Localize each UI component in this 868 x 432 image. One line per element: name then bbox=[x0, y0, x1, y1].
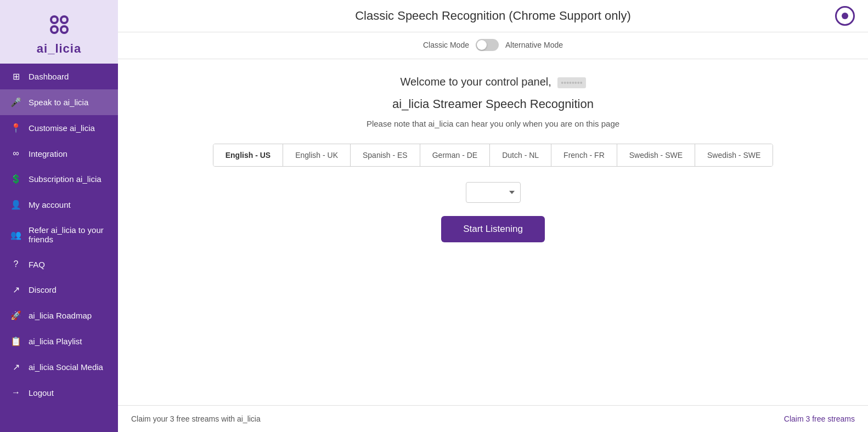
claim-streams-link[interactable]: Claim 3 free streams bbox=[784, 414, 855, 423]
roadmap-icon: 🚀 bbox=[10, 310, 22, 321]
sidebar-label-dashboard: Dashboard bbox=[29, 72, 69, 81]
sidebar-label-speak: Speak to ai_licia bbox=[29, 98, 88, 107]
sidebar-item-refer[interactable]: 👥Refer ai_licia to your friends bbox=[0, 218, 118, 252]
bottom-banner: Claim your 3 free streams with ai_licia … bbox=[118, 405, 868, 432]
sidebar-item-customise[interactable]: 📍Customise ai_licia bbox=[0, 115, 118, 141]
svg-rect-0 bbox=[44, 10, 74, 39]
sidebar-item-social[interactable]: ↗ai_licia Social Media bbox=[0, 354, 118, 380]
sidebar-item-roadmap[interactable]: 🚀ai_licia Roadmap bbox=[0, 303, 118, 328]
sidebar-label-roadmap: ai_licia Roadmap bbox=[29, 311, 92, 320]
logo-text: ai_licia bbox=[37, 42, 81, 56]
sidebar-item-logout[interactable]: →Logout bbox=[0, 380, 118, 405]
svg-point-8 bbox=[62, 27, 66, 32]
alternative-mode-label: Alternative Mode bbox=[505, 41, 563, 49]
lang-tab-swe2[interactable]: Swedish - SWE bbox=[695, 144, 773, 166]
microphone-select[interactable] bbox=[466, 182, 521, 203]
sidebar-label-my-account: My account bbox=[29, 200, 71, 209]
sidebar-label-customise: Customise ai_licia bbox=[29, 123, 95, 133]
profile-icon-button[interactable] bbox=[835, 6, 855, 26]
main-content: Classic Speech Recognition (Chrome Suppo… bbox=[118, 0, 868, 432]
lang-tab-en-us[interactable]: English - US bbox=[213, 144, 283, 166]
speak-icon: 🎤 bbox=[10, 97, 22, 107]
playlist-icon: 📋 bbox=[10, 336, 22, 346]
social-icon: ↗ bbox=[10, 362, 22, 372]
panel-note: Please note that ai_licia can hear you o… bbox=[140, 119, 846, 128]
panel-subtitle: ai_licia Streamer Speech Recognition bbox=[140, 97, 846, 111]
sidebar-label-subscription: Subscription ai_licia bbox=[29, 174, 102, 184]
subscription-icon: 💲 bbox=[10, 174, 22, 184]
sidebar-label-logout: Logout bbox=[29, 388, 54, 397]
language-tabs: English - USEnglish - UKSpanish - ESGerm… bbox=[213, 144, 774, 167]
banner-text: Claim your 3 free streams with ai_licia bbox=[131, 414, 261, 423]
classic-mode-label: Classic Mode bbox=[423, 41, 469, 49]
sidebar-label-faq: FAQ bbox=[29, 260, 45, 269]
page-title: Classic Speech Recognition (Chrome Suppo… bbox=[355, 9, 631, 23]
sidebar-item-speak[interactable]: 🎤Speak to ai_licia bbox=[0, 89, 118, 115]
sidebar-label-discord: Discord bbox=[29, 285, 57, 294]
lang-tab-swe1[interactable]: Swedish - SWE bbox=[617, 144, 695, 166]
sidebar-label-integration: Integration bbox=[29, 149, 67, 158]
sidebar-item-discord[interactable]: ↗Discord bbox=[0, 277, 118, 303]
lang-tab-nl[interactable]: Dutch - NL bbox=[490, 144, 551, 166]
lang-tab-en-uk[interactable]: English - UK bbox=[283, 144, 351, 166]
sidebar-label-social: ai_licia Social Media bbox=[29, 362, 103, 372]
refer-icon: 👥 bbox=[10, 230, 22, 240]
circle-icon-inner bbox=[842, 13, 848, 19]
logo-icon bbox=[44, 10, 74, 39]
sidebar-item-playlist[interactable]: 📋ai_licia Playlist bbox=[0, 328, 118, 354]
svg-point-5 bbox=[52, 18, 57, 22]
discord-icon: ↗ bbox=[10, 285, 22, 295]
lang-tab-de[interactable]: German - DE bbox=[420, 144, 490, 166]
integration-icon: ∞ bbox=[10, 149, 22, 158]
top-section: Classic Speech Recognition (Chrome Suppo… bbox=[118, 0, 868, 59]
svg-point-7 bbox=[52, 27, 57, 32]
toggle-knob bbox=[477, 40, 487, 50]
sidebar-item-integration[interactable]: ∞Integration bbox=[0, 141, 118, 166]
circle-icon[interactable] bbox=[835, 6, 855, 26]
sidebar-label-playlist: ai_licia Playlist bbox=[29, 337, 82, 346]
sidebar-nav: ⊞Dashboard🎤Speak to ai_licia📍Customise a… bbox=[0, 64, 118, 432]
sidebar-item-my-account[interactable]: 👤My account bbox=[0, 192, 118, 218]
customise-icon: 📍 bbox=[10, 123, 22, 133]
my-account-icon: 👤 bbox=[10, 200, 22, 210]
sidebar-item-subscription[interactable]: 💲Subscription ai_licia bbox=[0, 166, 118, 192]
start-btn-row: Start Listening bbox=[140, 216, 846, 242]
mic-selector-row bbox=[140, 182, 846, 203]
lang-tab-es[interactable]: Spanish - ES bbox=[351, 144, 420, 166]
sidebar-item-dashboard[interactable]: ⊞Dashboard bbox=[0, 64, 118, 89]
sidebar-item-faq[interactable]: ?FAQ bbox=[0, 252, 118, 277]
sidebar: ai_licia ⊞Dashboard🎤Speak to ai_licia📍Cu… bbox=[0, 0, 118, 432]
top-bar: Classic Speech Recognition (Chrome Suppo… bbox=[118, 0, 868, 32]
control-panel: Welcome to your control panel, •••••••• … bbox=[118, 59, 868, 405]
mode-toggle[interactable] bbox=[476, 39, 499, 51]
logout-icon: → bbox=[10, 388, 22, 397]
mode-toggle-row: Classic Mode Alternative Mode bbox=[118, 32, 868, 59]
username-masked: •••••••• bbox=[557, 77, 585, 88]
welcome-text: Welcome to your control panel, •••••••• bbox=[140, 76, 846, 88]
svg-point-6 bbox=[62, 18, 66, 22]
sidebar-label-refer: Refer ai_licia to your friends bbox=[29, 225, 108, 244]
start-listening-button[interactable]: Start Listening bbox=[441, 216, 545, 242]
welcome-label: Welcome to your control panel, bbox=[400, 76, 551, 88]
faq-icon: ? bbox=[10, 259, 22, 269]
sidebar-logo: ai_licia bbox=[0, 0, 118, 64]
lang-tab-fr[interactable]: French - FR bbox=[551, 144, 617, 166]
dashboard-icon: ⊞ bbox=[10, 71, 22, 82]
